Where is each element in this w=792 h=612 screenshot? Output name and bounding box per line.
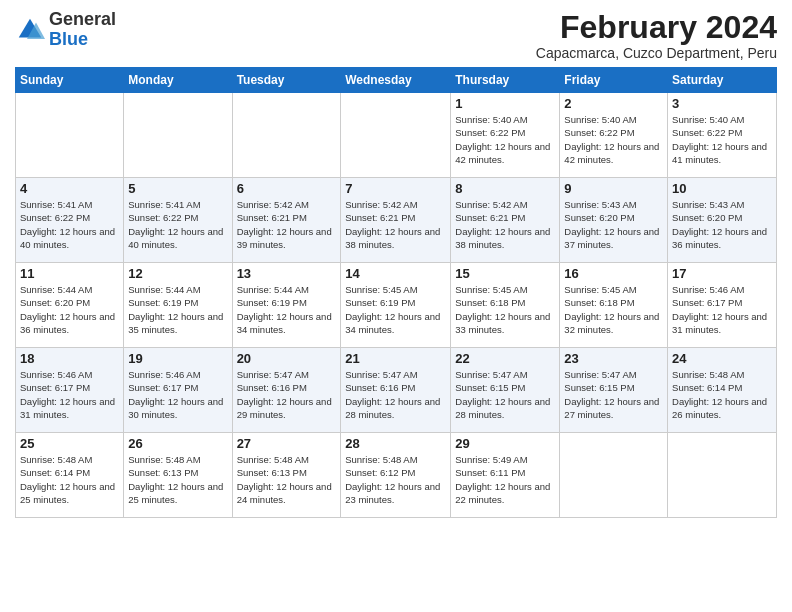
- table-row: 18Sunrise: 5:46 AM Sunset: 6:17 PM Dayli…: [16, 348, 124, 433]
- header: General Blue February 2024 Capacmarca, C…: [15, 10, 777, 61]
- cell-day: 15: [455, 266, 555, 281]
- cell-info: Sunrise: 5:43 AM Sunset: 6:20 PM Dayligh…: [672, 198, 772, 251]
- cell-info: Sunrise: 5:48 AM Sunset: 6:13 PM Dayligh…: [128, 453, 227, 506]
- cell-day: 21: [345, 351, 446, 366]
- table-row: 19Sunrise: 5:46 AM Sunset: 6:17 PM Dayli…: [124, 348, 232, 433]
- cell-info: Sunrise: 5:48 AM Sunset: 6:14 PM Dayligh…: [672, 368, 772, 421]
- calendar-body: 1Sunrise: 5:40 AM Sunset: 6:22 PM Daylig…: [16, 93, 777, 518]
- cell-day: 29: [455, 436, 555, 451]
- cell-day: 3: [672, 96, 772, 111]
- header-row: Sunday Monday Tuesday Wednesday Thursday…: [16, 68, 777, 93]
- week-row-1: 4Sunrise: 5:41 AM Sunset: 6:22 PM Daylig…: [16, 178, 777, 263]
- cell-info: Sunrise: 5:47 AM Sunset: 6:16 PM Dayligh…: [237, 368, 337, 421]
- cell-info: Sunrise: 5:44 AM Sunset: 6:19 PM Dayligh…: [128, 283, 227, 336]
- table-row: [16, 93, 124, 178]
- table-row: 10Sunrise: 5:43 AM Sunset: 6:20 PM Dayli…: [668, 178, 777, 263]
- logo-blue: Blue: [49, 29, 88, 49]
- table-row: 23Sunrise: 5:47 AM Sunset: 6:15 PM Dayli…: [560, 348, 668, 433]
- cell-day: 9: [564, 181, 663, 196]
- header-sunday: Sunday: [16, 68, 124, 93]
- cell-day: 18: [20, 351, 119, 366]
- logo-text: General Blue: [49, 10, 116, 50]
- cell-info: Sunrise: 5:47 AM Sunset: 6:15 PM Dayligh…: [455, 368, 555, 421]
- cell-day: 13: [237, 266, 337, 281]
- cell-day: 17: [672, 266, 772, 281]
- cell-day: 12: [128, 266, 227, 281]
- table-row: 5Sunrise: 5:41 AM Sunset: 6:22 PM Daylig…: [124, 178, 232, 263]
- cell-info: Sunrise: 5:44 AM Sunset: 6:19 PM Dayligh…: [237, 283, 337, 336]
- week-row-3: 18Sunrise: 5:46 AM Sunset: 6:17 PM Dayli…: [16, 348, 777, 433]
- week-row-0: 1Sunrise: 5:40 AM Sunset: 6:22 PM Daylig…: [16, 93, 777, 178]
- cell-day: 19: [128, 351, 227, 366]
- table-row: 28Sunrise: 5:48 AM Sunset: 6:12 PM Dayli…: [341, 433, 451, 518]
- table-row: [124, 93, 232, 178]
- table-row: 12Sunrise: 5:44 AM Sunset: 6:19 PM Dayli…: [124, 263, 232, 348]
- page: General Blue February 2024 Capacmarca, C…: [0, 0, 792, 612]
- cell-day: 20: [237, 351, 337, 366]
- cell-info: Sunrise: 5:45 AM Sunset: 6:18 PM Dayligh…: [564, 283, 663, 336]
- table-row: 20Sunrise: 5:47 AM Sunset: 6:16 PM Dayli…: [232, 348, 341, 433]
- table-row: 7Sunrise: 5:42 AM Sunset: 6:21 PM Daylig…: [341, 178, 451, 263]
- table-row: 6Sunrise: 5:42 AM Sunset: 6:21 PM Daylig…: [232, 178, 341, 263]
- table-row: [668, 433, 777, 518]
- cell-day: 24: [672, 351, 772, 366]
- table-row: 26Sunrise: 5:48 AM Sunset: 6:13 PM Dayli…: [124, 433, 232, 518]
- table-row: 29Sunrise: 5:49 AM Sunset: 6:11 PM Dayli…: [451, 433, 560, 518]
- table-row: 2Sunrise: 5:40 AM Sunset: 6:22 PM Daylig…: [560, 93, 668, 178]
- table-row: 9Sunrise: 5:43 AM Sunset: 6:20 PM Daylig…: [560, 178, 668, 263]
- cell-info: Sunrise: 5:42 AM Sunset: 6:21 PM Dayligh…: [455, 198, 555, 251]
- table-row: 1Sunrise: 5:40 AM Sunset: 6:22 PM Daylig…: [451, 93, 560, 178]
- table-row: 4Sunrise: 5:41 AM Sunset: 6:22 PM Daylig…: [16, 178, 124, 263]
- cell-info: Sunrise: 5:46 AM Sunset: 6:17 PM Dayligh…: [672, 283, 772, 336]
- table-row: [232, 93, 341, 178]
- cell-day: 14: [345, 266, 446, 281]
- logo: General Blue: [15, 10, 116, 50]
- cell-info: Sunrise: 5:46 AM Sunset: 6:17 PM Dayligh…: [128, 368, 227, 421]
- table-row: 27Sunrise: 5:48 AM Sunset: 6:13 PM Dayli…: [232, 433, 341, 518]
- cell-info: Sunrise: 5:45 AM Sunset: 6:19 PM Dayligh…: [345, 283, 446, 336]
- cell-info: Sunrise: 5:45 AM Sunset: 6:18 PM Dayligh…: [455, 283, 555, 336]
- table-row: 17Sunrise: 5:46 AM Sunset: 6:17 PM Dayli…: [668, 263, 777, 348]
- logo-general: General: [49, 9, 116, 29]
- cell-info: Sunrise: 5:42 AM Sunset: 6:21 PM Dayligh…: [237, 198, 337, 251]
- table-row: [341, 93, 451, 178]
- cell-info: Sunrise: 5:48 AM Sunset: 6:13 PM Dayligh…: [237, 453, 337, 506]
- cell-info: Sunrise: 5:40 AM Sunset: 6:22 PM Dayligh…: [672, 113, 772, 166]
- cell-info: Sunrise: 5:44 AM Sunset: 6:20 PM Dayligh…: [20, 283, 119, 336]
- cell-info: Sunrise: 5:47 AM Sunset: 6:15 PM Dayligh…: [564, 368, 663, 421]
- cell-day: 11: [20, 266, 119, 281]
- table-row: 16Sunrise: 5:45 AM Sunset: 6:18 PM Dayli…: [560, 263, 668, 348]
- cell-info: Sunrise: 5:46 AM Sunset: 6:17 PM Dayligh…: [20, 368, 119, 421]
- header-thursday: Thursday: [451, 68, 560, 93]
- cell-info: Sunrise: 5:43 AM Sunset: 6:20 PM Dayligh…: [564, 198, 663, 251]
- table-row: 11Sunrise: 5:44 AM Sunset: 6:20 PM Dayli…: [16, 263, 124, 348]
- cell-day: 23: [564, 351, 663, 366]
- table-row: 8Sunrise: 5:42 AM Sunset: 6:21 PM Daylig…: [451, 178, 560, 263]
- title-area: February 2024 Capacmarca, Cuzco Departme…: [536, 10, 777, 61]
- calendar: Sunday Monday Tuesday Wednesday Thursday…: [15, 67, 777, 518]
- week-row-4: 25Sunrise: 5:48 AM Sunset: 6:14 PM Dayli…: [16, 433, 777, 518]
- table-row: 22Sunrise: 5:47 AM Sunset: 6:15 PM Dayli…: [451, 348, 560, 433]
- subtitle: Capacmarca, Cuzco Department, Peru: [536, 45, 777, 61]
- cell-day: 16: [564, 266, 663, 281]
- cell-info: Sunrise: 5:48 AM Sunset: 6:12 PM Dayligh…: [345, 453, 446, 506]
- table-row: 13Sunrise: 5:44 AM Sunset: 6:19 PM Dayli…: [232, 263, 341, 348]
- cell-day: 7: [345, 181, 446, 196]
- cell-day: 8: [455, 181, 555, 196]
- cell-info: Sunrise: 5:47 AM Sunset: 6:16 PM Dayligh…: [345, 368, 446, 421]
- cell-info: Sunrise: 5:48 AM Sunset: 6:14 PM Dayligh…: [20, 453, 119, 506]
- logo-icon: [15, 15, 45, 45]
- table-row: 15Sunrise: 5:45 AM Sunset: 6:18 PM Dayli…: [451, 263, 560, 348]
- table-row: 25Sunrise: 5:48 AM Sunset: 6:14 PM Dayli…: [16, 433, 124, 518]
- cell-info: Sunrise: 5:49 AM Sunset: 6:11 PM Dayligh…: [455, 453, 555, 506]
- header-wednesday: Wednesday: [341, 68, 451, 93]
- cell-day: 1: [455, 96, 555, 111]
- cell-info: Sunrise: 5:42 AM Sunset: 6:21 PM Dayligh…: [345, 198, 446, 251]
- table-row: 24Sunrise: 5:48 AM Sunset: 6:14 PM Dayli…: [668, 348, 777, 433]
- cell-info: Sunrise: 5:40 AM Sunset: 6:22 PM Dayligh…: [455, 113, 555, 166]
- cell-day: 27: [237, 436, 337, 451]
- header-saturday: Saturday: [668, 68, 777, 93]
- cell-day: 26: [128, 436, 227, 451]
- cell-day: 5: [128, 181, 227, 196]
- table-row: [560, 433, 668, 518]
